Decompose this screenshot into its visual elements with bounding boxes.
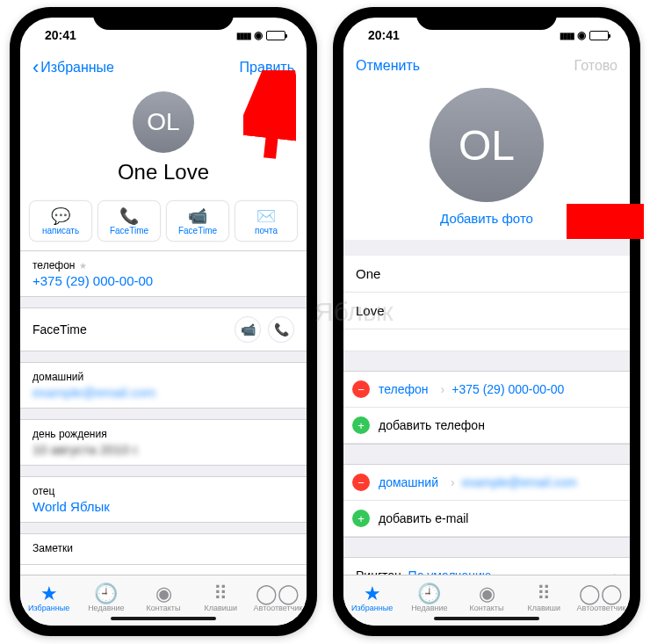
email-edit-row[interactable]: − домашний › example@email.com xyxy=(343,465,630,501)
ringtone-label: Рингтон xyxy=(356,568,401,575)
phone-edit-row[interactable]: − телефон › +375 (29) 000-00-00+375 (29)… xyxy=(343,372,630,408)
chevron-right-icon: › xyxy=(451,475,455,489)
remove-icon[interactable]: − xyxy=(352,474,370,491)
father-cell[interactable]: отец World Яблык xyxy=(20,477,307,522)
voicemail-icon: ◯◯ xyxy=(249,584,307,604)
mail-button[interactable]: ✉️ почта xyxy=(235,200,298,242)
add-icon: + xyxy=(352,416,370,434)
birthday-label: день рождения xyxy=(32,428,294,440)
add-email-row[interactable]: + добавить e-mail xyxy=(343,501,630,537)
tab-keypad[interactable]: ⠿Клавиши xyxy=(516,584,573,612)
tab-keypad[interactable]: ⠿Клавиши xyxy=(192,584,249,612)
email-type[interactable]: домашний xyxy=(379,475,438,489)
facetime-video-label: FaceTime xyxy=(178,226,217,235)
tab-contacts[interactable]: ◉Контакты xyxy=(458,584,515,612)
phone-label: телефон xyxy=(32,259,76,271)
mail-icon: ✉️ xyxy=(237,208,295,224)
notes-label: Заметки xyxy=(32,542,294,554)
phone-cell[interactable]: телефон★ +375 (29) 000-00-00+375 (29) 00… xyxy=(20,251,307,296)
tab-voicemail[interactable]: ◯◯Автоответчик xyxy=(573,584,630,612)
birthday-cell: день рождения 10 августа 2010 г. xyxy=(20,420,307,465)
email-value: example@email.com xyxy=(32,385,155,400)
tab-recents[interactable]: 🕘Недавние xyxy=(77,584,134,612)
keypad-icon: ⠿ xyxy=(192,584,249,604)
status-time: 20:41 xyxy=(45,28,76,42)
actions-row: 💬 написать 📞 FaceTime 📹 FaceTime ✉️ почт… xyxy=(20,195,307,250)
tab-voicemail[interactable]: ◯◯Автоответчик xyxy=(249,584,307,612)
star-icon: ★ xyxy=(20,584,77,604)
signal-icon xyxy=(560,30,574,40)
add-phone-label: добавить телефон xyxy=(379,418,485,432)
tab-contacts[interactable]: ◉Контакты xyxy=(134,584,191,612)
battery-icon xyxy=(589,31,609,40)
add-phone-row[interactable]: + добавить телефон xyxy=(343,408,630,444)
person-icon: ◉ xyxy=(134,584,191,604)
email-cell[interactable]: домашний example@email.com xyxy=(20,363,307,408)
tab-favorites[interactable]: ★Избранные xyxy=(343,584,401,612)
mail-label: почта xyxy=(255,226,278,235)
facetime-audio-button[interactable]: 📞 FaceTime xyxy=(98,200,161,242)
company-apple-icon[interactable] xyxy=(343,329,630,351)
home-indicator[interactable] xyxy=(111,617,216,620)
home-indicator[interactable] xyxy=(434,617,539,620)
father-label: отец xyxy=(32,485,294,497)
facetime-call-icon-button[interactable]: 📞 xyxy=(268,316,294,343)
facetime-video-icon-button[interactable]: 📹 xyxy=(235,316,261,343)
notes-cell[interactable]: Заметки xyxy=(20,534,307,564)
email-value: example@email.com xyxy=(462,475,577,489)
wifi-icon xyxy=(254,29,263,41)
screen-right: 20:41 Отменить Готово OL Добавить фото O… xyxy=(343,18,630,626)
cancel-button[interactable]: Отменить xyxy=(356,58,420,74)
first-name-input[interactable]: One xyxy=(343,256,630,293)
content-area: OL Добавить фото One Love − телефон › +3… xyxy=(343,83,630,575)
phone-frame-left: 20:41 ‹ Избранные Править OL One Love xyxy=(10,7,317,636)
video-icon: 📹 xyxy=(169,208,227,224)
remove-icon[interactable]: − xyxy=(352,380,370,398)
facetime-cell: FaceTime 📹 📞 xyxy=(20,308,307,351)
father-value: World Яблык xyxy=(32,499,110,514)
arrow-annotation-icon xyxy=(567,204,646,239)
chevron-left-icon: ‹ xyxy=(32,58,39,77)
nav-bar: Отменить Готово xyxy=(343,53,630,83)
status-icons xyxy=(236,29,285,41)
facetime-label: FaceTime xyxy=(32,322,87,336)
message-icon: 💬 xyxy=(32,208,90,224)
status-icons xyxy=(560,29,609,41)
last-name-input[interactable]: Love xyxy=(343,293,630,329)
email-label: домашний xyxy=(32,371,294,383)
back-button[interactable]: ‹ Избранные xyxy=(32,58,114,77)
avatar[interactable]: OL xyxy=(430,88,544,202)
chevron-right-icon: › xyxy=(613,568,618,575)
voicemail-icon: ◯◯ xyxy=(573,584,630,604)
notch xyxy=(93,7,234,30)
svg-line-1 xyxy=(270,77,278,158)
battery-icon xyxy=(266,31,285,40)
name-fields: One Love xyxy=(343,256,630,351)
tab-recents[interactable]: 🕘Недавние xyxy=(401,584,458,612)
birthday-value: 10 августа 2010 г. xyxy=(32,442,140,457)
done-button[interactable]: Готово xyxy=(574,58,618,74)
tab-favorites[interactable]: ★Избранные xyxy=(20,584,77,612)
message-button[interactable]: 💬 написать xyxy=(29,200,92,242)
phone-type[interactable]: телефон xyxy=(379,382,429,396)
ringtone-value: По умолчанию xyxy=(408,568,492,575)
facetime-video-button[interactable]: 📹 FaceTime xyxy=(166,200,229,242)
add-email-label: добавить e-mail xyxy=(379,511,468,525)
ringtone-row[interactable]: Рингтон По умолчанию › xyxy=(343,557,630,575)
phone-value-hidden: 000-00-00 xyxy=(93,273,153,288)
chevron-right-icon: › xyxy=(441,382,445,396)
avatar: OL xyxy=(133,91,194,153)
wifi-icon xyxy=(577,29,586,41)
phone-frame-right: 20:41 Отменить Готово OL Добавить фото O… xyxy=(333,7,640,636)
star-icon: ★ xyxy=(79,261,87,271)
phone-value-hidden: 000-00-00 xyxy=(508,382,564,396)
keypad-icon: ⠿ xyxy=(516,584,573,604)
add-icon: + xyxy=(352,510,370,527)
back-label: Избранные xyxy=(40,60,114,76)
person-icon: ◉ xyxy=(458,584,515,604)
status-time: 20:41 xyxy=(368,28,400,42)
clock-icon: 🕘 xyxy=(401,584,458,604)
message-label: написать xyxy=(42,226,79,235)
arrow-annotation-icon xyxy=(243,70,296,167)
phone-icon: 📞 xyxy=(100,208,158,224)
